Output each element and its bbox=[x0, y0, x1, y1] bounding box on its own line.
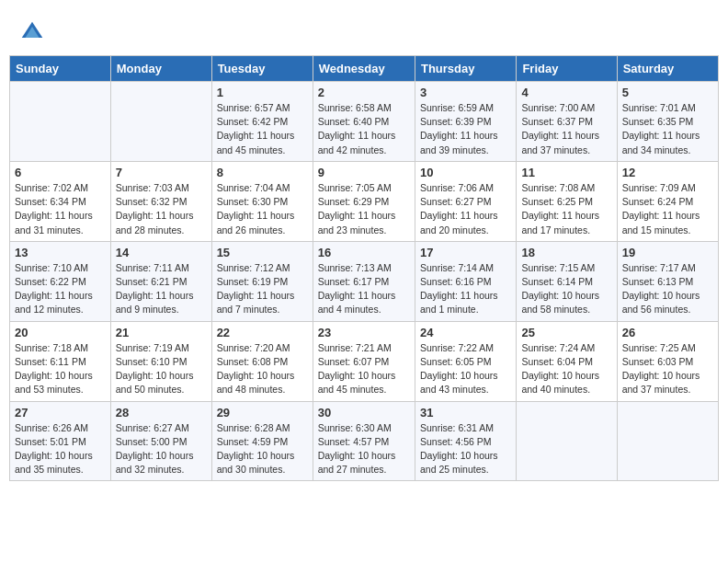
day-header-saturday: Saturday bbox=[617, 56, 718, 82]
day-info: Sunrise: 7:00 AM Sunset: 6:37 PM Dayligh… bbox=[521, 101, 611, 157]
day-header-wednesday: Wednesday bbox=[313, 56, 415, 82]
day-number: 2 bbox=[318, 86, 410, 99]
day-info: Sunrise: 7:06 AM Sunset: 6:27 PM Dayligh… bbox=[420, 181, 511, 237]
day-number: 30 bbox=[318, 406, 410, 419]
day-info: Sunrise: 7:08 AM Sunset: 6:25 PM Dayligh… bbox=[521, 181, 611, 237]
calendar-cell: 14Sunrise: 7:11 AM Sunset: 6:21 PM Dayli… bbox=[110, 241, 211, 321]
calendar-cell: 18Sunrise: 7:15 AM Sunset: 6:14 PM Dayli… bbox=[517, 241, 617, 321]
day-info: Sunrise: 7:15 AM Sunset: 6:14 PM Dayligh… bbox=[521, 261, 611, 317]
day-number: 12 bbox=[622, 166, 713, 179]
day-number: 8 bbox=[217, 166, 308, 179]
day-number: 31 bbox=[420, 406, 511, 419]
day-number: 27 bbox=[15, 406, 106, 419]
day-number: 23 bbox=[318, 326, 410, 339]
calendar-cell: 5Sunrise: 7:01 AM Sunset: 6:35 PM Daylig… bbox=[617, 82, 718, 162]
day-info: Sunrise: 7:09 AM Sunset: 6:24 PM Dayligh… bbox=[622, 181, 713, 237]
calendar-cell bbox=[110, 82, 211, 162]
calendar-cell: 8Sunrise: 7:04 AM Sunset: 6:30 PM Daylig… bbox=[211, 161, 313, 241]
page-header bbox=[9, 9, 719, 51]
day-number: 1 bbox=[217, 86, 308, 99]
day-info: Sunrise: 6:26 AM Sunset: 5:01 PM Dayligh… bbox=[15, 421, 106, 477]
day-number: 6 bbox=[15, 166, 106, 179]
calendar-cell: 17Sunrise: 7:14 AM Sunset: 6:16 PM Dayli… bbox=[415, 241, 516, 321]
calendar-cell: 16Sunrise: 7:13 AM Sunset: 6:17 PM Dayli… bbox=[313, 241, 415, 321]
day-number: 21 bbox=[116, 326, 207, 339]
calendar-cell: 30Sunrise: 6:30 AM Sunset: 4:57 PM Dayli… bbox=[313, 401, 415, 481]
calendar-cell: 24Sunrise: 7:22 AM Sunset: 6:05 PM Dayli… bbox=[415, 321, 516, 401]
day-number: 19 bbox=[622, 246, 713, 259]
calendar-cell bbox=[517, 401, 617, 481]
calendar-week-row: 13Sunrise: 7:10 AM Sunset: 6:22 PM Dayli… bbox=[10, 241, 719, 321]
day-number: 7 bbox=[116, 166, 207, 179]
calendar-cell: 11Sunrise: 7:08 AM Sunset: 6:25 PM Dayli… bbox=[517, 161, 617, 241]
calendar-week-row: 20Sunrise: 7:18 AM Sunset: 6:11 PM Dayli… bbox=[10, 321, 719, 401]
day-info: Sunrise: 7:22 AM Sunset: 6:05 PM Dayligh… bbox=[420, 341, 511, 397]
day-header-monday: Monday bbox=[110, 56, 211, 82]
calendar-cell: 28Sunrise: 6:27 AM Sunset: 5:00 PM Dayli… bbox=[110, 401, 211, 481]
day-info: Sunrise: 7:04 AM Sunset: 6:30 PM Dayligh… bbox=[217, 181, 308, 237]
day-info: Sunrise: 7:13 AM Sunset: 6:17 PM Dayligh… bbox=[318, 261, 410, 317]
day-number: 4 bbox=[521, 86, 611, 99]
day-number: 14 bbox=[116, 246, 207, 259]
day-info: Sunrise: 7:11 AM Sunset: 6:21 PM Dayligh… bbox=[116, 261, 207, 317]
day-info: Sunrise: 7:14 AM Sunset: 6:16 PM Dayligh… bbox=[420, 261, 511, 317]
calendar-week-row: 6Sunrise: 7:02 AM Sunset: 6:34 PM Daylig… bbox=[10, 161, 719, 241]
calendar-cell: 19Sunrise: 7:17 AM Sunset: 6:13 PM Dayli… bbox=[617, 241, 718, 321]
calendar-cell: 9Sunrise: 7:05 AM Sunset: 6:29 PM Daylig… bbox=[313, 161, 415, 241]
day-info: Sunrise: 7:05 AM Sunset: 6:29 PM Dayligh… bbox=[318, 181, 410, 237]
calendar-cell: 20Sunrise: 7:18 AM Sunset: 6:11 PM Dayli… bbox=[10, 321, 111, 401]
calendar-cell bbox=[10, 82, 111, 162]
day-info: Sunrise: 7:17 AM Sunset: 6:13 PM Dayligh… bbox=[622, 261, 713, 317]
day-info: Sunrise: 7:01 AM Sunset: 6:35 PM Dayligh… bbox=[622, 101, 713, 157]
calendar-cell: 25Sunrise: 7:24 AM Sunset: 6:04 PM Dayli… bbox=[517, 321, 617, 401]
calendar-table: SundayMondayTuesdayWednesdayThursdayFrid… bbox=[9, 55, 719, 481]
day-number: 13 bbox=[15, 246, 106, 259]
day-number: 20 bbox=[15, 326, 106, 339]
day-info: Sunrise: 6:58 AM Sunset: 6:40 PM Dayligh… bbox=[318, 101, 410, 157]
day-number: 24 bbox=[420, 326, 511, 339]
logo-icon bbox=[18, 18, 46, 46]
calendar-cell: 6Sunrise: 7:02 AM Sunset: 6:34 PM Daylig… bbox=[10, 161, 111, 241]
day-header-sunday: Sunday bbox=[10, 56, 111, 82]
calendar-cell: 7Sunrise: 7:03 AM Sunset: 6:32 PM Daylig… bbox=[110, 161, 211, 241]
calendar-cell: 29Sunrise: 6:28 AM Sunset: 4:59 PM Dayli… bbox=[211, 401, 313, 481]
calendar-week-row: 27Sunrise: 6:26 AM Sunset: 5:01 PM Dayli… bbox=[10, 401, 719, 481]
day-info: Sunrise: 7:19 AM Sunset: 6:10 PM Dayligh… bbox=[116, 341, 207, 397]
calendar-cell: 26Sunrise: 7:25 AM Sunset: 6:03 PM Dayli… bbox=[617, 321, 718, 401]
day-info: Sunrise: 6:27 AM Sunset: 5:00 PM Dayligh… bbox=[116, 421, 207, 477]
day-info: Sunrise: 7:02 AM Sunset: 6:34 PM Dayligh… bbox=[15, 181, 106, 237]
calendar-header-row: SundayMondayTuesdayWednesdayThursdayFrid… bbox=[10, 56, 719, 82]
calendar-cell: 1Sunrise: 6:57 AM Sunset: 6:42 PM Daylig… bbox=[211, 82, 313, 162]
day-info: Sunrise: 6:30 AM Sunset: 4:57 PM Dayligh… bbox=[318, 421, 410, 477]
day-header-thursday: Thursday bbox=[415, 56, 516, 82]
calendar-cell: 21Sunrise: 7:19 AM Sunset: 6:10 PM Dayli… bbox=[110, 321, 211, 401]
day-number: 25 bbox=[521, 326, 611, 339]
calendar-cell: 13Sunrise: 7:10 AM Sunset: 6:22 PM Dayli… bbox=[10, 241, 111, 321]
calendar-cell: 10Sunrise: 7:06 AM Sunset: 6:27 PM Dayli… bbox=[415, 161, 516, 241]
day-info: Sunrise: 7:10 AM Sunset: 6:22 PM Dayligh… bbox=[15, 261, 106, 317]
day-number: 3 bbox=[420, 86, 511, 99]
calendar-week-row: 1Sunrise: 6:57 AM Sunset: 6:42 PM Daylig… bbox=[10, 82, 719, 162]
day-info: Sunrise: 7:03 AM Sunset: 6:32 PM Dayligh… bbox=[116, 181, 207, 237]
day-number: 26 bbox=[622, 326, 713, 339]
day-info: Sunrise: 6:59 AM Sunset: 6:39 PM Dayligh… bbox=[420, 101, 511, 157]
day-info: Sunrise: 7:20 AM Sunset: 6:08 PM Dayligh… bbox=[217, 341, 308, 397]
day-number: 16 bbox=[318, 246, 410, 259]
day-info: Sunrise: 7:21 AM Sunset: 6:07 PM Dayligh… bbox=[318, 341, 410, 397]
day-header-tuesday: Tuesday bbox=[211, 56, 313, 82]
calendar-cell: 23Sunrise: 7:21 AM Sunset: 6:07 PM Dayli… bbox=[313, 321, 415, 401]
day-info: Sunrise: 6:57 AM Sunset: 6:42 PM Dayligh… bbox=[217, 101, 308, 157]
day-info: Sunrise: 7:12 AM Sunset: 6:19 PM Dayligh… bbox=[217, 261, 308, 317]
calendar-cell: 3Sunrise: 6:59 AM Sunset: 6:39 PM Daylig… bbox=[415, 82, 516, 162]
day-header-friday: Friday bbox=[517, 56, 617, 82]
day-number: 5 bbox=[622, 86, 713, 99]
calendar-cell: 15Sunrise: 7:12 AM Sunset: 6:19 PM Dayli… bbox=[211, 241, 313, 321]
calendar-cell: 31Sunrise: 6:31 AM Sunset: 4:56 PM Dayli… bbox=[415, 401, 516, 481]
logo bbox=[18, 18, 50, 46]
day-info: Sunrise: 7:25 AM Sunset: 6:03 PM Dayligh… bbox=[622, 341, 713, 397]
calendar-cell: 12Sunrise: 7:09 AM Sunset: 6:24 PM Dayli… bbox=[617, 161, 718, 241]
day-number: 17 bbox=[420, 246, 511, 259]
calendar-cell: 27Sunrise: 6:26 AM Sunset: 5:01 PM Dayli… bbox=[10, 401, 111, 481]
day-number: 11 bbox=[521, 166, 611, 179]
calendar-cell: 22Sunrise: 7:20 AM Sunset: 6:08 PM Dayli… bbox=[211, 321, 313, 401]
